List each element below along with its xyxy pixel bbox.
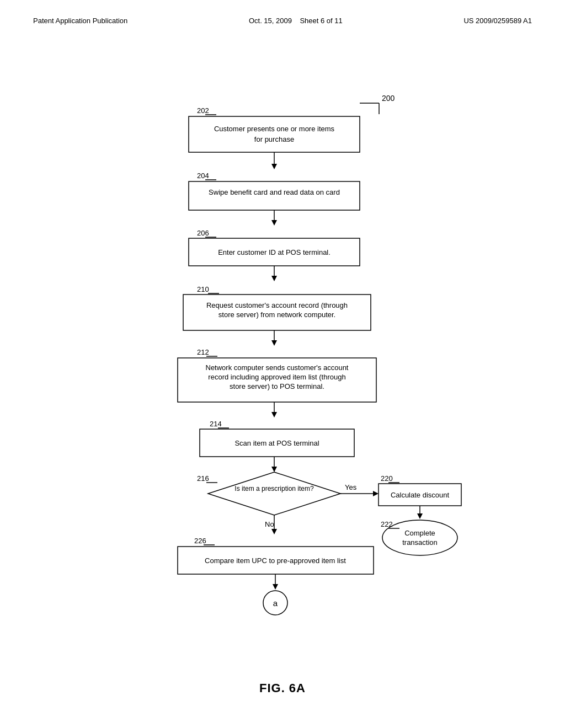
- yes-label: Yes: [345, 483, 357, 491]
- label-200: 200: [382, 94, 395, 103]
- svg-marker-6: [271, 164, 277, 169]
- label-210: 210: [197, 285, 209, 293]
- label-202: 202: [197, 106, 209, 115]
- svg-text:Compare item UPC to pre-approv: Compare item UPC to pre-approved item li…: [205, 556, 346, 565]
- svg-text:transaction: transaction: [402, 538, 438, 547]
- svg-text:a: a: [273, 598, 278, 608]
- svg-marker-33: [373, 491, 379, 496]
- svg-marker-25: [271, 412, 277, 417]
- label-226: 226: [194, 537, 206, 545]
- svg-text:Enter customer ID at POS termi: Enter customer ID at POS terminal.: [218, 248, 331, 256]
- svg-text:Is item a prescription item?: Is item a prescription item?: [234, 485, 314, 493]
- svg-marker-42: [271, 529, 277, 534]
- label-216: 216: [197, 474, 209, 483]
- header-left: Patent Application Publication: [33, 17, 127, 25]
- label-220: 220: [381, 474, 393, 483]
- svg-text:for purchase: for purchase: [254, 135, 294, 143]
- svg-marker-10: [271, 220, 277, 226]
- header: Patent Application Publication Oct. 15, …: [0, 0, 565, 30]
- fig-caption-text: FIG. 6A: [259, 681, 306, 695]
- flowchart-svg: 200 202 Customer presents one or more it…: [89, 41, 476, 637]
- label-222: 222: [381, 520, 393, 528]
- label-204: 204: [197, 172, 209, 180]
- svg-text:record including approved item: record including approved item list (thr…: [208, 373, 345, 381]
- header-center: Oct. 15, 2009 Sheet 6 of 11: [249, 17, 343, 25]
- svg-marker-46: [273, 584, 278, 590]
- svg-text:Network computer sends custome: Network computer sends customer's accoun…: [206, 363, 349, 372]
- svg-text:Calculate discount: Calculate discount: [391, 491, 450, 499]
- label-212: 212: [197, 348, 209, 356]
- svg-text:Complete: Complete: [404, 529, 435, 537]
- svg-text:Scan item at POS terminal: Scan item at POS terminal: [234, 439, 319, 447]
- svg-marker-37: [417, 513, 423, 519]
- no-label: No: [265, 520, 274, 528]
- svg-text:Customer presents one or more : Customer presents one or more items: [214, 125, 335, 133]
- header-right: US 2009/0259589 A1: [463, 17, 532, 25]
- box-202: [189, 116, 360, 152]
- label-206: 206: [197, 229, 209, 237]
- svg-text:store server) from network com: store server) from network computer.: [218, 311, 335, 319]
- label-214: 214: [210, 420, 222, 428]
- diagram-area: 200 202 Customer presents one or more it…: [0, 30, 565, 670]
- page: Patent Application Publication Oct. 15, …: [0, 0, 565, 728]
- diamond-216: [208, 472, 340, 515]
- svg-text:store server) to POS terminal.: store server) to POS terminal.: [230, 382, 324, 390]
- svg-marker-19: [271, 340, 277, 346]
- svg-text:Request customer's account rec: Request customer's account record (throu…: [206, 301, 348, 309]
- svg-marker-29: [271, 467, 277, 472]
- oval-222: [382, 520, 457, 555]
- svg-marker-14: [271, 276, 277, 281]
- figure-caption: FIG. 6A: [0, 681, 565, 695]
- svg-text:Swipe benefit card and read da: Swipe benefit card and read data on card: [209, 188, 340, 196]
